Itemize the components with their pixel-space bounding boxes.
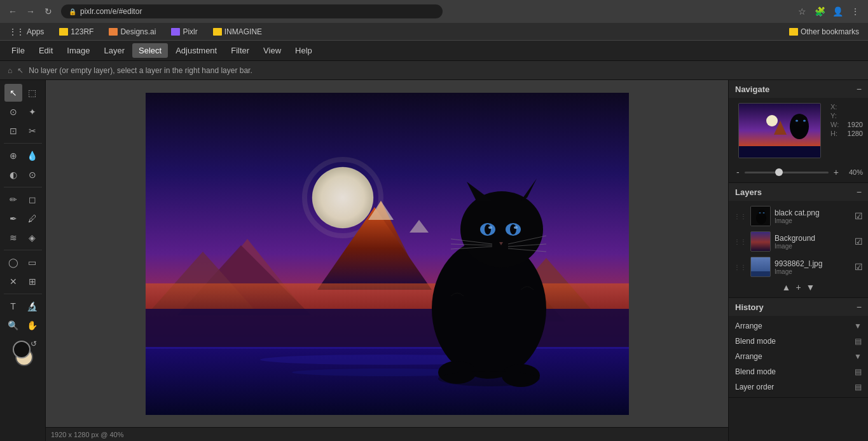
- forward-button[interactable]: →: [23, 4, 38, 19]
- select-tool[interactable]: ↖: [4, 84, 22, 102]
- zoom-value: 40%: [844, 168, 863, 176]
- history-collapse-button[interactable]: −: [857, 302, 862, 312]
- drag-handle-icon: ⋮⋮: [734, 264, 747, 271]
- history-item-blend-mode-2[interactable]: Blend mode ▤: [729, 364, 868, 379]
- history-item-blend-mode-1[interactable]: Blend mode ▤: [729, 334, 868, 349]
- crop-tool[interactable]: ⊡: [4, 122, 22, 140]
- navigate-collapse-button[interactable]: −: [857, 84, 862, 94]
- zoom-tool[interactable]: 🔍: [4, 316, 22, 334]
- svg-point-21: [460, 191, 543, 268]
- eraser-tool[interactable]: ◻: [24, 191, 41, 208]
- address-bar[interactable]: 🔒 pixlr.com/e/#editor: [61, 4, 443, 18]
- svg-point-26: [485, 224, 491, 234]
- menu-view[interactable]: View: [257, 43, 287, 58]
- marquee-tool[interactable]: ⬚: [24, 84, 41, 102]
- svg-rect-55: [751, 271, 771, 277]
- layer-visible-black-cat[interactable]: ☑: [855, 211, 863, 221]
- history-item-layer-order[interactable]: Layer order ▤: [729, 379, 868, 395]
- reload-button[interactable]: ↻: [41, 4, 56, 19]
- pencil-tool[interactable]: ✒: [4, 210, 22, 227]
- navigate-section: Navigate −: [729, 80, 868, 183]
- profile-button[interactable]: 👤: [830, 4, 845, 19]
- layer-visible-landscape[interactable]: ☑: [855, 262, 863, 272]
- menu-help[interactable]: Help: [289, 43, 319, 58]
- move-layer-up-button[interactable]: ▲: [782, 282, 791, 292]
- menu-file[interactable]: File: [5, 43, 31, 58]
- bookmark-designs-ai[interactable]: Designs.ai: [105, 26, 160, 37]
- rect-shape-tool[interactable]: ▭: [24, 254, 41, 271]
- menu-edit[interactable]: Edit: [32, 43, 59, 58]
- zoom-out-button[interactable]: -: [734, 167, 742, 177]
- foreground-color[interactable]: [13, 341, 31, 358]
- color-reset-icon[interactable]: ↺: [31, 339, 37, 367]
- clone-tool[interactable]: 💧: [24, 147, 41, 165]
- back-button[interactable]: ←: [5, 4, 20, 19]
- stamp-tool[interactable]: ✕: [4, 273, 22, 290]
- move-layer-down-button[interactable]: ▼: [806, 282, 815, 292]
- bookmarks-bar: ⋮⋮ Apps 123RF Designs.ai Pixlr INMAGINE …: [0, 23, 868, 41]
- folder-icon: [789, 28, 798, 36]
- layer-type-landscape: Image: [775, 268, 851, 275]
- extension-button[interactable]: 🧩: [812, 4, 827, 19]
- bookmark-123rf[interactable]: 123RF: [55, 26, 97, 37]
- burn-tool[interactable]: ⊙: [24, 166, 41, 184]
- history-item-arrange-2[interactable]: Arrange ▼: [729, 349, 868, 364]
- layer-thumbnail-landscape: [750, 257, 771, 277]
- history-arrange-icon-2: ▼: [854, 352, 862, 361]
- lock-icon: 🔒: [69, 8, 76, 15]
- wrap-tool[interactable]: ⊞: [24, 273, 41, 290]
- y-label: Y:: [830, 112, 843, 119]
- brush-tool[interactable]: ✏: [4, 191, 22, 208]
- other-bookmarks[interactable]: Other bookmarks: [785, 26, 863, 37]
- zoom-in-button[interactable]: +: [831, 167, 841, 177]
- w-label: W:: [830, 121, 843, 128]
- layer-name-background: Background: [775, 234, 851, 243]
- navigate-thumbnail: [738, 103, 821, 158]
- scissors-tool[interactable]: ✂: [24, 122, 41, 140]
- layer-visible-background[interactable]: ☑: [855, 236, 863, 247]
- zoom-slider[interactable]: [745, 172, 829, 173]
- dodge-tool[interactable]: ◐: [4, 166, 22, 184]
- layer-name-landscape: 9938862_l.jpg: [775, 259, 851, 268]
- history-title: History: [735, 302, 764, 312]
- star-button[interactable]: ☆: [794, 4, 809, 19]
- separator-3: [4, 250, 42, 250]
- layer-type-black-cat: Image: [775, 217, 851, 224]
- layer-thumbnail-black-cat: [750, 206, 771, 226]
- menu-filter[interactable]: Filter: [224, 43, 256, 58]
- menu-image[interactable]: Image: [60, 43, 96, 58]
- layer-item-background[interactable]: ⋮⋮ Background Image ☑: [729, 229, 868, 254]
- menu-button[interactable]: ⋮: [848, 4, 863, 19]
- menu-layer[interactable]: Layer: [98, 43, 132, 58]
- svg-point-45: [796, 120, 798, 122]
- heal-tool[interactable]: ⊕: [4, 147, 22, 165]
- bookmark-inmagine[interactable]: INMAGINE: [209, 26, 266, 37]
- magic-wand-tool[interactable]: ✦: [24, 103, 41, 121]
- layers-section: Layers − ⋮⋮ black cat.png Image: [729, 183, 868, 298]
- menu-adjustment[interactable]: Adjustment: [169, 43, 223, 58]
- add-layer-button[interactable]: +: [796, 282, 801, 292]
- bookmark-pixlr[interactable]: Pixlr: [167, 26, 201, 37]
- bookmark-apps[interactable]: ⋮⋮ Apps: [5, 26, 48, 37]
- text-tool[interactable]: T: [4, 297, 22, 315]
- pen-tool[interactable]: 🖊: [24, 210, 41, 227]
- history-item-arrange-1[interactable]: Arrange ▼: [729, 318, 868, 334]
- menu-select[interactable]: Select: [132, 43, 168, 58]
- layer-item-black-cat[interactable]: ⋮⋮ black cat.png Image ☑: [729, 203, 868, 229]
- canvas-area[interactable]: [46, 80, 728, 427]
- layer-info-landscape: 9938862_l.jpg Image: [775, 259, 851, 275]
- layer-item-landscape[interactable]: ⋮⋮ 9938862_l.jpg Image ☑: [729, 254, 868, 280]
- eyedropper-tool[interactable]: 🔬: [24, 297, 41, 315]
- lasso-tool[interactable]: ⊙: [4, 103, 22, 121]
- history-label-layer-order: Layer order: [735, 383, 774, 391]
- sharpen-tool[interactable]: ◈: [24, 229, 41, 247]
- layers-collapse-button[interactable]: −: [857, 187, 862, 197]
- history-label-blend-mode-2: Blend mode: [735, 367, 776, 376]
- shape-tool[interactable]: ◯: [4, 254, 22, 271]
- blur-tool[interactable]: ≋: [4, 229, 22, 247]
- layer-actions: ▲ + ▼: [729, 280, 868, 295]
- home-icon: ⌂: [8, 66, 12, 75]
- y-value: [848, 112, 863, 119]
- hand-tool[interactable]: ✋: [24, 316, 41, 334]
- layer-type-background: Image: [775, 243, 851, 250]
